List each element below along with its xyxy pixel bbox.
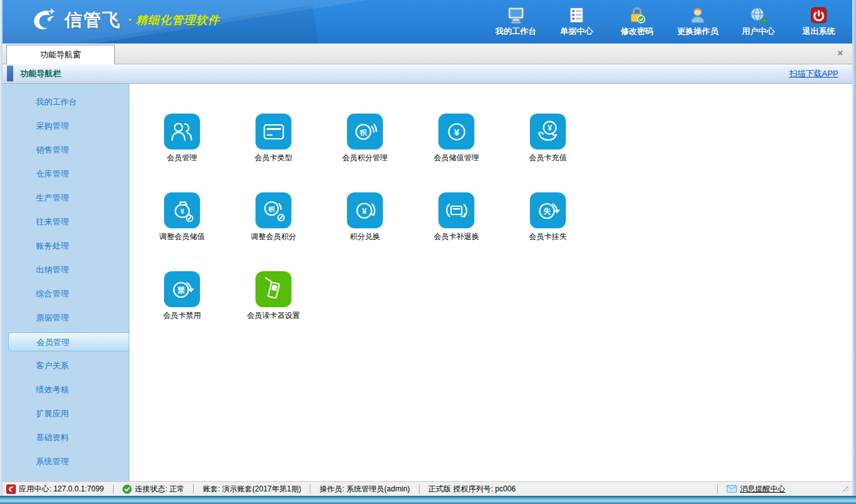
svg-text:积: 积: [267, 205, 275, 212]
password-lock-icon: [628, 5, 646, 24]
message-center-link[interactable]: 消息提醒中心: [740, 484, 785, 495]
grid-item-label: 会员储值管理: [434, 153, 479, 163]
sidebar-item-purchasing[interactable]: 采购管理: [3, 117, 129, 136]
sidebar-item-sales[interactable]: 销售管理: [3, 141, 129, 160]
top-toolbar: 我的工作台 单据中心: [494, 5, 841, 37]
grid-item-label: 会员读卡器设置: [247, 310, 300, 321]
sidebar-item-performance[interactable]: 绩效考核: [3, 380, 129, 399]
grid-item-label: 调整会员储值: [160, 231, 205, 242]
card-recharge-icon: ¥: [530, 114, 566, 149]
tab-function-navigator[interactable]: 功能导航窗: [6, 45, 115, 64]
grid-item-member-points-management[interactable]: 积 会员积分管理: [319, 114, 411, 163]
toolbar-switch-operator[interactable]: 更换操作员: [676, 5, 720, 37]
grid-item-label: 会员卡禁用: [163, 310, 201, 321]
svg-text:积: 积: [359, 129, 367, 136]
grid-item-member-card-replace[interactable]: 会员卡补退换: [411, 192, 502, 242]
user-center-globe-icon: [749, 5, 767, 24]
svg-text:¥: ¥: [361, 206, 366, 216]
sidebar-item-production[interactable]: 生产管理: [3, 189, 129, 208]
brand-name: 信管飞: [64, 8, 121, 32]
title-banner: 信管飞 · 精细化管理软件 我的工作台: [3, 0, 852, 44]
sidebar-item-customer-relations[interactable]: 客户关系: [3, 356, 129, 375]
status-app-center: 应用中心: 127.0.0.1:7099: [6, 484, 104, 495]
brand-swoosh-icon: [29, 6, 58, 34]
status-license: 正式版 授权序列号: pc006: [428, 484, 516, 495]
toolbar-label: 我的工作台: [496, 26, 537, 37]
sidebar-item-transactions[interactable]: 往来管理: [3, 213, 129, 231]
sidebar: 我的工作台 采购管理 销售管理 仓库管理 生产管理 往来管理 账务处理 出纳管理…: [3, 84, 129, 481]
workstation-monitor-icon: [507, 5, 525, 24]
grid-item-label: 调整会员积分: [251, 231, 296, 242]
status-message-center[interactable]: 消息提醒中心: [727, 484, 785, 495]
grid-item-member-management[interactable]: 会员管理: [136, 114, 228, 163]
grid-row-2: ¥ 调整会员储值 积: [136, 192, 852, 242]
envelope-icon: [727, 485, 737, 493]
status-license-text: 正式版 授权序列号: pc006: [428, 484, 516, 495]
window-border-bottom: [0, 496, 856, 504]
app-logo-mini-icon: [6, 484, 16, 494]
grid-item-points-exchange[interactable]: ¥ 积分兑换: [319, 192, 411, 242]
grid-item-label: 会员卡充值: [529, 153, 567, 163]
status-operator-text: 操作员: 系统管理员(admin): [319, 484, 409, 495]
status-separator: [419, 484, 419, 493]
status-account-set-text: 账套: 演示账套(2017年第1期): [202, 484, 301, 495]
grid-item-member-card-reader-settings[interactable]: 会员读卡器设置: [228, 271, 319, 321]
status-connection-text: 连接状态: 正常: [135, 484, 185, 495]
toolbar-exit-system[interactable]: 退出系统: [797, 5, 841, 37]
toolbar-label: 更换操作员: [677, 26, 718, 37]
grid-item-member-stored-value-management[interactable]: ¥ 会员储值管理: [411, 114, 502, 163]
card-loss-icon: 失: [530, 192, 566, 228]
points-manage-icon: 积: [347, 114, 383, 149]
grid-row-3: 禁 会员卡禁用: [136, 271, 852, 321]
svg-text:¥: ¥: [548, 124, 552, 132]
svg-text:禁: 禁: [177, 286, 185, 295]
member-card-icon: [255, 114, 291, 149]
grid-item-member-card-disable[interactable]: 禁 会员卡禁用: [136, 271, 228, 321]
status-separator: [310, 484, 310, 493]
grid-item-adjust-member-points[interactable]: 积 调整会员积分: [228, 192, 319, 242]
resize-grip[interactable]: [842, 486, 848, 492]
close-icon[interactable]: ×: [835, 47, 846, 59]
toolbar-my-workbench[interactable]: 我的工作台: [494, 5, 538, 37]
grid-item-adjust-member-stored-value[interactable]: ¥ 调整会员储值: [136, 192, 228, 242]
app-logo: 信管飞 · 精细化管理软件: [29, 6, 220, 34]
sidebar-item-membership[interactable]: 会员管理: [8, 332, 129, 351]
grid-item-label: 会员积分管理: [343, 153, 388, 163]
sidebar-item-cashier[interactable]: 出纳管理: [3, 261, 129, 279]
tab-strip: 功能导航窗 ×: [3, 44, 852, 64]
app-window: 信管飞 · 精细化管理软件 我的工作台: [0, 0, 856, 504]
stored-value-icon: ¥: [438, 114, 474, 149]
sidebar-item-extensions[interactable]: 扩展应用: [3, 404, 129, 423]
connection-ok-icon: [122, 484, 132, 494]
sidebar-item-system[interactable]: 系统管理: [3, 452, 129, 471]
status-connection: 连接状态: 正常: [122, 484, 185, 495]
grid-item-member-card-report-loss[interactable]: 失 会员卡挂失: [502, 192, 594, 242]
sidebar-item-base-data[interactable]: 基础资料: [3, 428, 129, 447]
sidebar-item-invoices[interactable]: 票据管理: [3, 308, 129, 327]
sidebar-item-comprehensive[interactable]: 综合管理: [3, 284, 129, 303]
sidebar-item-warehouse[interactable]: 仓库管理: [3, 165, 129, 184]
grid-item-label: 会员管理: [167, 153, 197, 163]
grid-item-member-card-type[interactable]: 会员卡类型: [228, 114, 319, 163]
svg-text:¥: ¥: [454, 127, 459, 138]
sidebar-item-accounting[interactable]: 账务处理: [3, 237, 129, 255]
nav-header: 功能导航栏 扫描下载APP: [3, 64, 852, 84]
grid-item-label: 会员卡挂失: [529, 231, 567, 242]
brand-subtitle: 精细化管理软件: [136, 13, 220, 28]
scan-download-app-link[interactable]: 扫描下载APP: [789, 64, 838, 83]
toolbar-label: 修改密码: [621, 26, 654, 37]
grid-item-member-card-recharge[interactable]: ¥ 会员卡充值: [502, 114, 594, 163]
adjust-points-icon: 积: [255, 192, 291, 228]
toolbar-user-center[interactable]: 用户中心: [736, 5, 780, 37]
status-bar: 应用中心: 127.0.0.1:7099 连接状态: 正常 账套: 演示账套(2…: [3, 481, 852, 496]
status-separator: [717, 484, 718, 493]
svg-text:失: 失: [543, 207, 551, 216]
status-separator: [193, 484, 194, 493]
switch-operator-icon: [689, 5, 706, 24]
toolbar-document-center[interactable]: 单据中心: [554, 5, 599, 37]
sidebar-item-my-workbench[interactable]: 我的工作台: [3, 93, 129, 112]
toolbar-label: 用户中心: [742, 26, 775, 37]
function-grid: 会员管理 会员卡类型: [129, 84, 852, 321]
toolbar-change-password[interactable]: 修改密码: [615, 5, 659, 37]
documents-icon: [568, 5, 585, 24]
